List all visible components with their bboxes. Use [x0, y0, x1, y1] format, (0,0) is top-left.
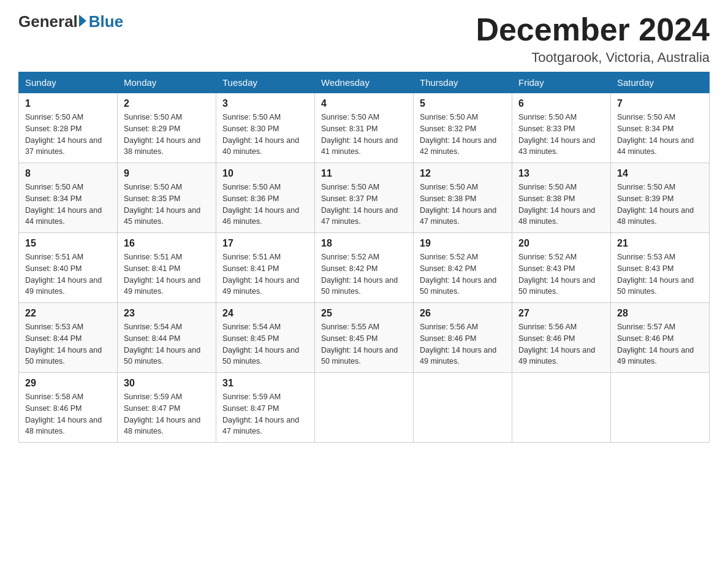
calendar-cell: 25Sunrise: 5:55 AMSunset: 8:45 PMDayligh…	[315, 303, 414, 373]
calendar-cell: 23Sunrise: 5:54 AMSunset: 8:44 PMDayligh…	[118, 303, 216, 373]
day-info: Sunrise: 5:50 AMSunset: 8:28 PMDaylight:…	[25, 112, 111, 158]
calendar-cell: 24Sunrise: 5:54 AMSunset: 8:45 PMDayligh…	[216, 303, 315, 373]
day-number: 5	[420, 98, 506, 109]
title-section: December 2024 Tootgarook, Victoria, Aust…	[476, 12, 710, 66]
calendar-cell: 1Sunrise: 5:50 AMSunset: 8:28 PMDaylight…	[19, 93, 118, 163]
calendar-cell: 31Sunrise: 5:59 AMSunset: 8:47 PMDayligh…	[216, 373, 315, 443]
weekday-header-wednesday: Wednesday	[315, 72, 414, 93]
day-info: Sunrise: 5:50 AMSunset: 8:31 PMDaylight:…	[321, 112, 407, 158]
day-number: 25	[321, 308, 407, 319]
calendar-cell: 8Sunrise: 5:50 AMSunset: 8:34 PMDaylight…	[19, 163, 118, 233]
day-number: 31	[222, 378, 308, 389]
weekday-header-friday: Friday	[512, 72, 611, 93]
calendar-cell: 28Sunrise: 5:57 AMSunset: 8:46 PMDayligh…	[611, 303, 710, 373]
day-number: 10	[222, 168, 308, 179]
day-info: Sunrise: 5:50 AMSunset: 8:37 PMDaylight:…	[321, 182, 407, 228]
day-info: Sunrise: 5:58 AMSunset: 8:46 PMDaylight:…	[25, 391, 111, 437]
day-info: Sunrise: 5:56 AMSunset: 8:46 PMDaylight:…	[518, 321, 604, 367]
logo-general-text: General	[18, 12, 78, 31]
calendar-cell: 6Sunrise: 5:50 AMSunset: 8:33 PMDaylight…	[512, 93, 611, 163]
calendar-cell: 26Sunrise: 5:56 AMSunset: 8:46 PMDayligh…	[414, 303, 512, 373]
calendar-cell: 12Sunrise: 5:50 AMSunset: 8:38 PMDayligh…	[414, 163, 512, 233]
calendar-cell	[315, 373, 414, 443]
week-row-5: 29Sunrise: 5:58 AMSunset: 8:46 PMDayligh…	[19, 373, 710, 443]
day-number: 21	[617, 238, 703, 249]
calendar-cell: 4Sunrise: 5:50 AMSunset: 8:31 PMDaylight…	[315, 93, 414, 163]
day-number: 6	[518, 98, 604, 109]
calendar-cell: 3Sunrise: 5:50 AMSunset: 8:30 PMDaylight…	[216, 93, 315, 163]
day-number: 28	[617, 308, 703, 319]
calendar-cell	[512, 373, 611, 443]
day-info: Sunrise: 5:51 AMSunset: 8:41 PMDaylight:…	[124, 251, 210, 297]
day-number: 24	[222, 308, 308, 319]
day-info: Sunrise: 5:53 AMSunset: 8:43 PMDaylight:…	[617, 251, 703, 297]
day-number: 7	[617, 98, 703, 109]
day-info: Sunrise: 5:50 AMSunset: 8:36 PMDaylight:…	[222, 182, 308, 228]
calendar-cell	[414, 373, 512, 443]
calendar-cell: 18Sunrise: 5:52 AMSunset: 8:42 PMDayligh…	[315, 233, 414, 303]
calendar-cell: 2Sunrise: 5:50 AMSunset: 8:29 PMDaylight…	[118, 93, 216, 163]
calendar-cell: 13Sunrise: 5:50 AMSunset: 8:38 PMDayligh…	[512, 163, 611, 233]
calendar-table: SundayMondayTuesdayWednesdayThursdayFrid…	[18, 72, 710, 443]
calendar-cell: 9Sunrise: 5:50 AMSunset: 8:35 PMDaylight…	[118, 163, 216, 233]
day-info: Sunrise: 5:54 AMSunset: 8:44 PMDaylight:…	[124, 321, 210, 367]
day-info: Sunrise: 5:56 AMSunset: 8:46 PMDaylight:…	[420, 321, 506, 367]
day-number: 30	[124, 378, 210, 389]
month-title: December 2024	[476, 12, 710, 47]
day-number: 15	[25, 238, 111, 249]
weekday-header-thursday: Thursday	[414, 72, 512, 93]
day-number: 29	[25, 378, 111, 389]
day-info: Sunrise: 5:50 AMSunset: 8:38 PMDaylight:…	[518, 182, 604, 228]
calendar-cell: 14Sunrise: 5:50 AMSunset: 8:39 PMDayligh…	[611, 163, 710, 233]
day-info: Sunrise: 5:50 AMSunset: 8:34 PMDaylight:…	[25, 182, 111, 228]
day-info: Sunrise: 5:50 AMSunset: 8:38 PMDaylight:…	[420, 182, 506, 228]
day-number: 14	[617, 168, 703, 179]
calendar-cell: 21Sunrise: 5:53 AMSunset: 8:43 PMDayligh…	[611, 233, 710, 303]
calendar-cell: 10Sunrise: 5:50 AMSunset: 8:36 PMDayligh…	[216, 163, 315, 233]
weekday-header-sunday: Sunday	[19, 72, 118, 93]
calendar-cell: 20Sunrise: 5:52 AMSunset: 8:43 PMDayligh…	[512, 233, 611, 303]
page-header: General Blue December 2024 Tootgarook, V…	[18, 12, 710, 66]
day-info: Sunrise: 5:50 AMSunset: 8:32 PMDaylight:…	[420, 112, 506, 158]
day-info: Sunrise: 5:50 AMSunset: 8:35 PMDaylight:…	[124, 182, 210, 228]
day-number: 1	[25, 98, 111, 109]
day-number: 23	[124, 308, 210, 319]
weekday-header-saturday: Saturday	[611, 72, 710, 93]
calendar-cell: 19Sunrise: 5:52 AMSunset: 8:42 PMDayligh…	[414, 233, 512, 303]
day-number: 26	[420, 308, 506, 319]
day-number: 9	[124, 168, 210, 179]
day-info: Sunrise: 5:50 AMSunset: 8:39 PMDaylight:…	[617, 182, 703, 228]
logo: General Blue	[18, 12, 123, 31]
day-info: Sunrise: 5:57 AMSunset: 8:46 PMDaylight:…	[617, 321, 703, 367]
day-info: Sunrise: 5:59 AMSunset: 8:47 PMDaylight:…	[124, 391, 210, 437]
day-number: 17	[222, 238, 308, 249]
day-number: 2	[124, 98, 210, 109]
day-number: 11	[321, 168, 407, 179]
day-info: Sunrise: 5:52 AMSunset: 8:42 PMDaylight:…	[420, 251, 506, 297]
week-row-3: 15Sunrise: 5:51 AMSunset: 8:40 PMDayligh…	[19, 233, 710, 303]
day-number: 4	[321, 98, 407, 109]
day-number: 13	[518, 168, 604, 179]
day-number: 16	[124, 238, 210, 249]
day-number: 27	[518, 308, 604, 319]
day-info: Sunrise: 5:50 AMSunset: 8:29 PMDaylight:…	[124, 112, 210, 158]
day-number: 8	[25, 168, 111, 179]
calendar-cell: 15Sunrise: 5:51 AMSunset: 8:40 PMDayligh…	[19, 233, 118, 303]
day-info: Sunrise: 5:50 AMSunset: 8:30 PMDaylight:…	[222, 112, 308, 158]
day-info: Sunrise: 5:50 AMSunset: 8:34 PMDaylight:…	[617, 112, 703, 158]
day-info: Sunrise: 5:55 AMSunset: 8:45 PMDaylight:…	[321, 321, 407, 367]
day-info: Sunrise: 5:51 AMSunset: 8:41 PMDaylight:…	[222, 251, 308, 297]
calendar-cell: 11Sunrise: 5:50 AMSunset: 8:37 PMDayligh…	[315, 163, 414, 233]
weekday-header-monday: Monday	[118, 72, 216, 93]
day-info: Sunrise: 5:53 AMSunset: 8:44 PMDaylight:…	[25, 321, 111, 367]
day-info: Sunrise: 5:59 AMSunset: 8:47 PMDaylight:…	[222, 391, 308, 437]
calendar-cell: 22Sunrise: 5:53 AMSunset: 8:44 PMDayligh…	[19, 303, 118, 373]
calendar-cell: 27Sunrise: 5:56 AMSunset: 8:46 PMDayligh…	[512, 303, 611, 373]
day-info: Sunrise: 5:52 AMSunset: 8:43 PMDaylight:…	[518, 251, 604, 297]
week-row-4: 22Sunrise: 5:53 AMSunset: 8:44 PMDayligh…	[19, 303, 710, 373]
day-number: 19	[420, 238, 506, 249]
day-number: 22	[25, 308, 111, 319]
day-number: 18	[321, 238, 407, 249]
weekday-header-row: SundayMondayTuesdayWednesdayThursdayFrid…	[19, 72, 710, 93]
weekday-header-tuesday: Tuesday	[216, 72, 315, 93]
